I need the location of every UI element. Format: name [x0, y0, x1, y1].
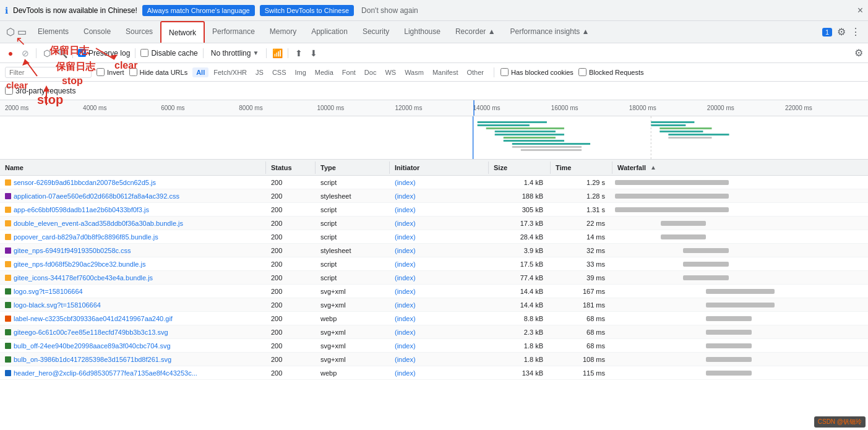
th-size[interactable]: Size — [489, 161, 551, 174]
th-initiator[interactable]: Initiator — [390, 161, 489, 174]
th-name[interactable]: Name — [0, 161, 266, 174]
td-initiator[interactable]: (index) — [390, 273, 489, 283]
devtools-settings-icon[interactable]: ⚙ — [837, 26, 846, 38]
td-status: 200 — [266, 300, 316, 310]
invert-label[interactable]: Invert — [97, 68, 124, 76]
has-blocked-cookies-checkbox[interactable] — [501, 68, 509, 76]
filter-type-media[interactable]: Media — [311, 67, 337, 77]
blocked-requests-label[interactable]: Blocked Requests — [578, 68, 644, 76]
td-initiator[interactable]: (index) — [390, 232, 489, 242]
tab-console[interactable]: Console — [76, 21, 118, 43]
th-type[interactable]: Type — [316, 161, 390, 174]
tab-recorder[interactable]: Recorder ▲ — [448, 21, 503, 43]
td-type: script — [316, 273, 390, 283]
td-name[interactable]: bulb_on-3986b1dc417285398e3d15671bd8f261… — [0, 355, 266, 364]
third-party-label[interactable]: 3rd-party requests — [5, 87, 75, 95]
filter-icon[interactable]: ⬡ — [41, 48, 53, 58]
td-initiator[interactable]: (index) — [390, 314, 489, 324]
filter-types: All Fetch/XHR JS CSS Img Media Font Doc … — [192, 67, 488, 77]
filter-type-ws[interactable]: WS — [381, 67, 400, 77]
hide-data-urls-label[interactable]: Hide data URLs — [129, 68, 188, 76]
devtools-device-icon[interactable]: ▭ — [17, 26, 27, 38]
filter-type-manifest[interactable]: Manifest — [429, 67, 462, 77]
td-initiator[interactable]: (index) — [390, 259, 489, 269]
devtools-more-icon[interactable]: ⋮ — [851, 26, 861, 38]
td-type: svg+xml — [316, 355, 390, 364]
tab-sources[interactable]: Sources — [118, 21, 160, 43]
blocked-requests-checkbox[interactable] — [578, 68, 587, 76]
timeline-label-20000: 20000 ms — [707, 105, 785, 111]
td-name[interactable]: popover_card-b829a7d0b8f9c8896f85.bundle… — [0, 232, 266, 242]
filter-type-wasm[interactable]: Wasm — [401, 67, 428, 77]
td-initiator[interactable]: (index) — [390, 218, 489, 228]
record-button[interactable]: ● — [5, 48, 16, 58]
third-party-checkbox[interactable] — [5, 87, 13, 95]
disable-cache-checkbox[interactable] — [140, 49, 148, 57]
filter-type-css[interactable]: CSS — [269, 67, 290, 77]
devtools-inspect-icon[interactable]: ⬡ — [6, 26, 15, 38]
td-initiator[interactable]: (index) — [390, 300, 489, 310]
filter-type-font[interactable]: Font — [338, 67, 359, 77]
hide-data-urls-checkbox[interactable] — [129, 68, 137, 76]
download-icon[interactable]: ⬇ — [308, 48, 319, 58]
filter-input[interactable] — [5, 67, 92, 78]
third-party-row: 3rd-party requests 保留日志 ↖ clear stop — [0, 82, 868, 100]
match-language-button[interactable]: Always match Chrome's language — [142, 5, 255, 16]
has-blocked-cookies-label[interactable]: Has blocked cookies — [501, 68, 574, 76]
th-status[interactable]: Status — [266, 161, 316, 174]
throttle-dropdown[interactable]: No throttling ▼ — [208, 48, 262, 59]
th-time[interactable]: Time — [551, 161, 612, 174]
disable-cache-label[interactable]: Disable cache — [140, 49, 197, 58]
tab-performance[interactable]: Performance — [205, 21, 262, 43]
td-name[interactable]: double_eleven_event-a3cad358ddb0f36a30ab… — [0, 218, 266, 228]
td-name[interactable]: header_hero@2xclip-66d985305777fea7135ae… — [0, 368, 266, 378]
search-icon[interactable]: 🔍 — [56, 48, 67, 58]
preserve-log-label[interactable]: Preserve log — [78, 49, 130, 58]
th-waterfall[interactable]: Waterfall ▲ — [612, 161, 868, 174]
td-time: 167 ms — [551, 286, 612, 296]
tab-memory[interactable]: Memory — [262, 21, 304, 43]
preserve-log-checkbox[interactable] — [78, 49, 86, 57]
tab-lighthouse[interactable]: Lighthouse — [397, 21, 448, 43]
td-name[interactable]: app-e6c6bbf0598dadb11ae2b6b0433bf0f3.js — [0, 205, 266, 215]
filter-type-js[interactable]: JS — [252, 67, 267, 77]
td-name[interactable]: gitee_icons-344178ef7600cbe43e4a.bundle.… — [0, 273, 266, 283]
td-name[interactable]: sensor-6269b9ad61bbcdan20078e5dcn62d5.js — [0, 178, 266, 187]
td-initiator[interactable]: (index) — [390, 368, 489, 378]
filter-type-all[interactable]: All — [192, 67, 208, 77]
table-scroll[interactable]: sensor-6269b9ad61bbcdan20078e5dcn62d5.js… — [0, 176, 868, 430]
tab-security[interactable]: Security — [355, 21, 397, 43]
tab-network[interactable]: Network — [160, 21, 205, 43]
tab-elements[interactable]: Elements — [30, 21, 76, 43]
filter-type-doc[interactable]: Doc — [361, 67, 380, 77]
dont-show-link[interactable]: Don't show again — [361, 6, 418, 15]
td-initiator[interactable]: (index) — [390, 205, 489, 215]
filter-type-fetchxhr[interactable]: Fetch/XHR — [210, 67, 251, 77]
switch-chinese-button[interactable]: Switch DevTools to Chinese — [260, 5, 354, 16]
td-initiator[interactable]: (index) — [390, 178, 489, 187]
td-initiator[interactable]: (index) — [390, 355, 489, 364]
td-initiator[interactable]: (index) — [390, 341, 489, 351]
td-name[interactable]: application-07aee560e6d02d668b0612fa8a4a… — [0, 191, 266, 201]
td-name[interactable]: gitee_nps-69491f94919350b0258c.css — [0, 246, 266, 256]
td-initiator[interactable]: (index) — [390, 286, 489, 296]
invert-checkbox[interactable] — [97, 68, 105, 76]
td-name[interactable]: bulb_off-24ee940be20998aace89a3f040cbc70… — [0, 341, 266, 351]
td-name[interactable]: giteego-6c61c00c7ee85e118ecfd749bb3b3c13… — [0, 327, 266, 337]
tab-application[interactable]: Application — [304, 21, 355, 43]
filter-type-other[interactable]: Other — [463, 67, 488, 77]
toolbar-settings-icon[interactable]: ⚙ — [854, 47, 863, 59]
tab-performance-insights[interactable]: Performance insights ▲ — [503, 21, 597, 43]
td-initiator[interactable]: (index) — [390, 246, 489, 256]
td-name[interactable]: logo-black.svg?t=158106664 — [0, 300, 266, 310]
filter-type-img[interactable]: Img — [291, 67, 310, 77]
stop-button[interactable]: ⊘ — [20, 48, 31, 58]
td-name[interactable]: label-new-c3235cbf309336ae041d2419967aa2… — [0, 314, 266, 324]
upload-icon[interactable]: ⬆ — [293, 48, 304, 58]
notification-close[interactable]: × — [857, 5, 863, 16]
td-name[interactable]: gitee_nps-fd068f5b290ac29bce32.bundle.js — [0, 259, 266, 269]
td-name[interactable]: logo.svg?t=158106664 — [0, 286, 266, 296]
wifi-icon[interactable]: 📶 — [272, 48, 283, 58]
td-initiator[interactable]: (index) — [390, 191, 489, 201]
td-initiator[interactable]: (index) — [390, 327, 489, 337]
